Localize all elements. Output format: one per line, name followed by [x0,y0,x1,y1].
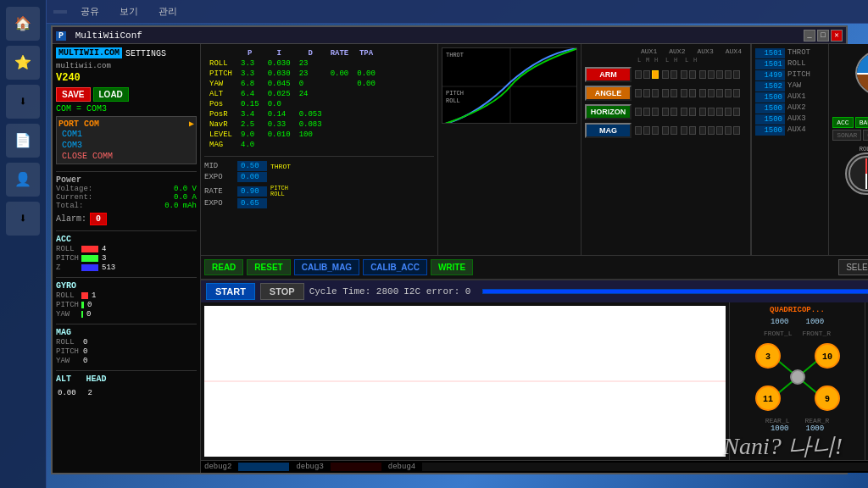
aux1-header: AUX1 [636,47,662,55]
port-com-header[interactable]: PORT COM ▶ [58,119,194,129]
voltage-value: 0.0 V [174,185,197,193]
taskbar-icon-star[interactable]: ⭐ [6,46,40,80]
read-button[interactable]: READ [204,259,243,275]
aux3-rc-value: 1500 [755,114,785,125]
yaw-rc-label: YAW [787,81,801,92]
close-comm-item[interactable]: CLOSE COMM [58,151,194,162]
gyro-roll-value: 1 [92,291,96,300]
acc-z-bar [81,264,98,271]
sonar-status: SONAR [832,130,861,141]
current-label: Current: [56,193,92,202]
select-setting-button[interactable]: SELECT SETTING [838,259,868,275]
calib-acc-button[interactable]: CALIB_ACC [363,259,427,275]
horizon-indicator [855,47,868,98]
alt-section: ALT 0.00 HEAD 2 [56,370,197,399]
taskbar-icon-person[interactable]: 👤 [6,163,40,197]
throt-rc-label: THROT [787,48,810,58]
gyro-yaw-value: 0 [86,310,91,319]
save-button[interactable]: SAVE [56,87,91,102]
window-controls: _ □ ✕ [804,30,843,42]
graph-svg [204,306,726,457]
acc-pitch-bar [81,255,98,262]
close-button[interactable]: ✕ [831,30,843,42]
taskbar-icon-down2[interactable]: ⬇ [6,202,40,236]
total-label: Total: [56,202,83,210]
motor-top-values: 1000 1000 [771,318,824,326]
acc-z-label: Z [56,263,80,272]
acc-roll-label: ROLL [56,245,80,253]
curve-section: THROT PITCH ROLL [438,44,581,255]
pitch-rc-label: PITCH [787,70,810,80]
svg-text:10: 10 [821,352,832,362]
table-row: PosR 3.4 0.14 0.053 [206,110,379,119]
debug2-label: debug2 [204,463,231,471]
mid-value: 0.50 [237,161,267,171]
arm-button[interactable]: ARM [585,67,632,82]
angle-aux-cells [635,89,740,97]
power-section: Power Voltage: 0.0 V Current: 0.0 A Tota… [56,171,197,225]
aux1-rc-label: AUX1 [787,92,806,103]
com-label: COM = COM3 [56,104,197,114]
windows-titlebar: 공유 보기 관리 [47,0,868,24]
alt-value: 0.00 [58,389,76,397]
expo2-value: 0.65 [237,198,267,208]
aux3-rc-label: AUX3 [787,114,806,125]
acc-status: ACC [832,117,853,128]
gyro-section: GYRO ROLL 1 PITCH 0 YAW 0 [56,277,197,319]
acc-roll-bar [81,246,98,252]
com3-item[interactable]: COM3 [58,140,194,151]
maximize-button[interactable]: □ [817,30,829,42]
horizon-ground [857,73,868,97]
table-row: ALT 6.4 0.025 24 [206,90,379,98]
taskbar-icon-file[interactable]: 📄 [6,124,40,158]
minimize-button[interactable]: _ [804,30,815,42]
start-button[interactable]: START [206,283,255,300]
expo-value: 0.00 [237,172,267,182]
horizon-button[interactable]: HORIZON [585,104,632,119]
mode-section: AUX1 AUX2 AUX3 AUX4 L M H L H L H [581,44,750,143]
stop-button[interactable]: STOP [260,283,304,300]
reset-button[interactable]: RESET [247,259,290,275]
rate-label: RATE [204,187,234,196]
calib-mag-button[interactable]: CALIB_MAG [294,259,359,275]
front-l-label: FRONT_L [764,330,793,337]
left-panel: MULTIWII.COM SETTINGS multiwii.com V240 … [53,44,201,473]
win-tab-view[interactable]: 보기 [113,3,145,19]
mag-yaw-value: 0 [83,357,87,365]
win-tab-home[interactable] [53,10,67,14]
write-button[interactable]: WRITE [431,259,473,275]
debug3-label: debug3 [296,463,323,471]
acc-section: ACC ROLL 4 PITCH 3 Z 513 [56,230,197,272]
taskbar-icon-home[interactable]: 🏠 [6,7,40,41]
angle-button[interactable]: ANGLE [585,86,632,101]
win-tab-manage[interactable]: 관리 [152,3,184,19]
settings-label: SETTINGS [125,49,166,58]
com1-item[interactable]: COM1 [58,129,194,140]
aux1-rc-value: 1500 [755,92,785,103]
win-tab-share[interactable]: 공유 [74,3,106,19]
aux4-rc-value: 1500 [755,125,785,136]
mag-title: MAG [56,328,197,337]
progress-bar-fill [483,290,868,293]
mag-mode-button[interactable]: MAG [585,123,632,138]
throt-label: THROT [270,163,291,170]
gyro-yaw-bar [81,311,83,318]
table-row: PITCH 3.3 0.030 23 0.00 0.00 [206,69,379,78]
rear-r-label: REAR_R [805,417,830,424]
pid-table-section: P I D RATE TPA ROLL 3.3 0.030 23 [201,44,438,255]
svg-text:THROT: THROT [446,52,464,58]
current-value: 0.0 A [174,193,197,202]
load-button[interactable]: LOAD [93,87,129,102]
version-label: V240 [56,72,81,84]
quad-diagram-svg: 3 10 11 9 [747,339,849,415]
acc-title: ACC [56,235,197,244]
debug2-bar [238,463,289,471]
gyro-pitch-value: 0 [87,301,92,309]
pid-table: P I D RATE TPA ROLL 3.3 0.030 23 [204,47,381,151]
main-content: MULTIWII.COM SETTINGS multiwii.com V240 … [53,44,846,473]
roll-gauge [845,152,868,195]
app-title: P MultiWiiConf [56,30,804,41]
alarm-label: Alarm: [56,214,86,224]
rear-l-label: REAR_L [765,417,790,424]
taskbar-icon-down[interactable]: ⬇ [6,85,40,119]
